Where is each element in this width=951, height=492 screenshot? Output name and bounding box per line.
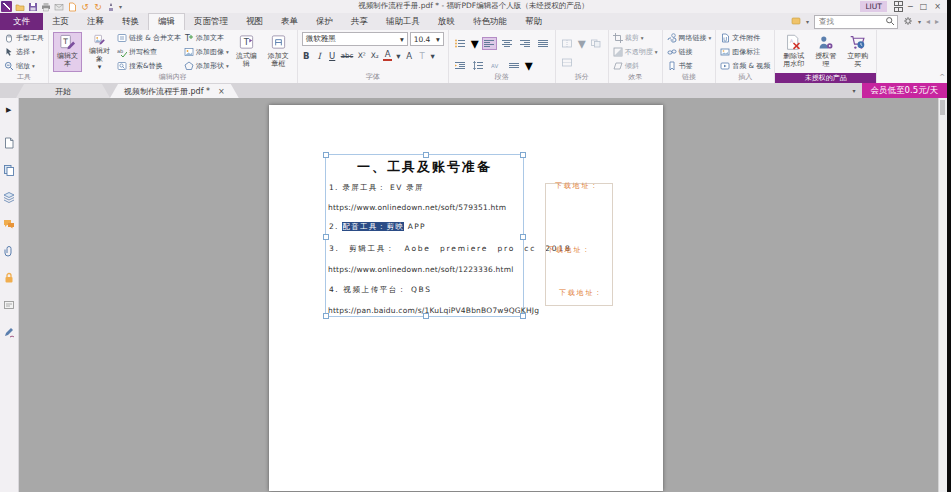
edit-text-button[interactable]: T 编辑文本: [53, 32, 82, 72]
search-icon[interactable]: [885, 16, 895, 28]
download-address-text-box[interactable]: 下载地址： 下载地址： 下载地址：: [545, 183, 613, 306]
superscript-button[interactable]: X²: [357, 51, 366, 60]
tab-features[interactable]: 特色功能: [464, 13, 516, 30]
tab-protect[interactable]: 保护: [307, 13, 342, 30]
paragraph-spacing-icon[interactable]: [507, 59, 522, 72]
flow-edit-button[interactable]: T 流式编辑: [232, 32, 261, 72]
security-lock-icon[interactable]: [3, 272, 15, 284]
opacity-button[interactable]: 不透明度▾: [613, 46, 658, 59]
email-icon[interactable]: [54, 2, 64, 12]
tab-view[interactable]: 视图: [237, 13, 272, 30]
tab-accessibility[interactable]: 辅助工具: [377, 13, 429, 30]
document-tab[interactable]: 视频制作流程手册.pdf * ×: [110, 84, 239, 98]
web-link-caret-icon[interactable]: ▾: [709, 35, 712, 41]
tab-convert[interactable]: 转换: [113, 13, 148, 30]
zoom-tool-button[interactable]: 缩放▾: [4, 59, 44, 72]
qat-customize-caret[interactable]: ▾: [119, 3, 122, 10]
tab-edit[interactable]: 编辑: [148, 13, 185, 31]
crop-caret-icon[interactable]: ▾: [641, 35, 644, 41]
recent-search-caret[interactable]: ▾: [806, 18, 809, 25]
new-document-icon[interactable]: [67, 2, 77, 12]
select-caret-icon[interactable]: ▾: [32, 49, 35, 55]
font-color-caret-icon[interactable]: ▾: [396, 51, 400, 61]
collapse-ribbon-icon[interactable]: ^: [939, 73, 945, 81]
tab-page-manage[interactable]: 页面管理: [185, 13, 237, 30]
hand-tool-button[interactable]: 手型工具: [4, 32, 44, 45]
tab-file[interactable]: 文件: [0, 13, 43, 30]
redo-icon[interactable]: ↻: [93, 2, 103, 12]
link-button[interactable]: 链接: [667, 46, 712, 59]
close-button[interactable]: ×: [934, 0, 941, 13]
settings-caret[interactable]: ▾: [918, 18, 921, 25]
nav-back-icon[interactable]: ◂: [926, 17, 930, 26]
font-size-select[interactable]: 10.4 ▾: [410, 32, 444, 46]
resize-handle[interactable]: [520, 234, 526, 240]
scrollbar-thumb[interactable]: [940, 100, 945, 115]
crop-button[interactable]: 裁剪▾: [613, 32, 658, 45]
edit-object-button[interactable]: 编辑对象 ▾: [85, 32, 114, 72]
minimize-button[interactable]: ─: [908, 0, 913, 13]
text-edit-bounding-box[interactable]: 一、工具及账号准备 1. 录屏工具： EV 录屏 https://www.onl…: [325, 154, 524, 317]
zoom-caret-icon[interactable]: ▾: [32, 63, 35, 69]
character-spacing-icon[interactable]: AV: [489, 59, 504, 72]
add-image-caret-icon[interactable]: ▾: [226, 49, 229, 55]
remove-trial-watermark-button[interactable]: A 删除试用水印: [779, 32, 808, 72]
recent-search-icon[interactable]: [791, 16, 801, 28]
character-tracking-button[interactable]: A: [405, 51, 414, 61]
font-color-button[interactable]: A: [383, 50, 392, 61]
settings-gear-icon[interactable]: [903, 16, 913, 28]
underline-button[interactable]: U: [328, 51, 337, 61]
bullet-list-caret-icon[interactable]: ▾: [471, 34, 479, 53]
image-annotation-button[interactable]: 图像标注: [720, 46, 770, 59]
split-text-icon[interactable]: [560, 37, 575, 50]
add-shape-caret-icon[interactable]: ▾: [226, 63, 229, 69]
indent-icon[interactable]: [453, 59, 468, 72]
comments-panel-icon[interactable]: [3, 218, 15, 230]
tab-help[interactable]: 帮助: [516, 13, 551, 30]
page-thumbnails-icon[interactable]: [3, 164, 15, 176]
spell-check-button[interactable]: ab 拼写检查: [117, 46, 181, 59]
edit-object-caret-icon[interactable]: ▾: [98, 63, 102, 71]
resize-handle[interactable]: [323, 234, 329, 240]
align-right-icon[interactable]: [518, 37, 533, 50]
file-attachment-button[interactable]: 文件附件: [720, 32, 770, 45]
save-icon[interactable]: [28, 2, 38, 12]
panel-expand-icon[interactable]: ▶: [6, 106, 11, 114]
tab-present[interactable]: 放映: [429, 13, 464, 30]
tab-list-caret-icon[interactable]: ▾: [853, 87, 856, 94]
link-merge-text-button[interactable]: 链接 & 合并文本: [117, 32, 181, 45]
search-replace-button[interactable]: 搜索&替换: [117, 59, 181, 72]
document-canvas[interactable]: 一、工具及账号准备 1. 录屏工具： EV 录屏 https://www.onl…: [19, 98, 939, 492]
signature-panel-icon[interactable]: [3, 326, 15, 338]
bullet-list-icon[interactable]: [453, 37, 468, 50]
layers-panel-icon[interactable]: [3, 191, 15, 203]
quick-tool-icon[interactable]: [106, 2, 116, 12]
restore-button[interactable]: □: [920, 0, 928, 13]
add-shape-button[interactable]: 添加形状▾: [184, 59, 229, 72]
strikethrough-button[interactable]: abc: [341, 52, 354, 60]
skew-button[interactable]: 倾斜: [613, 59, 658, 72]
web-link-button[interactable]: 网络链接▾: [667, 32, 712, 45]
add-text-button[interactable]: T 添加文本: [184, 32, 229, 45]
add-image-button[interactable]: 添加图像▾: [184, 46, 229, 59]
tab-home[interactable]: 主页: [43, 13, 78, 30]
document-tab-close-icon[interactable]: ×: [218, 87, 225, 96]
subscript-button[interactable]: X₂: [370, 51, 379, 60]
form-fields-panel-icon[interactable]: [3, 299, 15, 311]
align-justify-icon[interactable]: [536, 37, 551, 50]
font-family-select[interactable]: 微软雅黑 ▾: [302, 32, 408, 46]
start-page-tab[interactable]: 开始: [16, 84, 110, 98]
vertical-scale-caret-icon[interactable]: ▾: [431, 51, 435, 61]
open-file-icon[interactable]: [15, 2, 25, 12]
vertical-scale-button[interactable]: T: [418, 51, 427, 61]
nav-forward-icon[interactable]: ▸: [935, 17, 939, 26]
user-account-badge[interactable]: LIUT: [860, 1, 886, 12]
license-manage-button[interactable]: 授权管理: [811, 32, 840, 72]
attachments-panel-icon[interactable]: [3, 245, 15, 257]
opacity-caret-icon[interactable]: ▾: [655, 49, 658, 55]
bookmarks-panel-icon[interactable]: [3, 137, 15, 149]
tab-comment[interactable]: 注释: [78, 13, 113, 30]
print-icon[interactable]: [41, 2, 51, 12]
align-center-icon[interactable]: [500, 37, 515, 50]
audio-video-button[interactable]: 音频 & 视频: [720, 59, 770, 72]
